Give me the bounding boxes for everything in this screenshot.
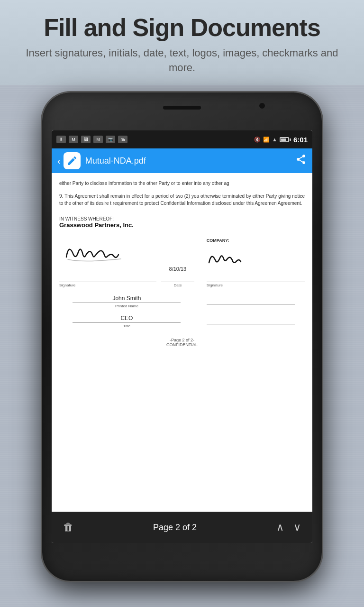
page-title: Fill and Sign Documents [19, 14, 345, 41]
company-name: Grasswood Partners, Inc. [59, 221, 305, 229]
signature-section: Signature 8/10/13 Date COMPANY: [59, 238, 305, 287]
app-icon [64, 152, 81, 169]
printed-left: John Smith Printed Name [59, 295, 194, 308]
notification-icon-1: ⬇ [56, 136, 66, 143]
page-footer: -Page 2 of 2- CONFIDENTIAL [59, 338, 305, 352]
document-area[interactable]: either Party to disclose information to … [52, 173, 312, 512]
status-icons-left: ⬇ M 🖼 M 📷 🛍 [56, 136, 127, 143]
title-left: CEO Title [59, 315, 194, 328]
notification-icon-gmail: M [69, 136, 78, 143]
sig-field-signature: Signature [59, 273, 156, 287]
sig-line-row: Signature 8/10/13 Date [59, 266, 194, 287]
notification-icon-bag: 🛍 [118, 136, 127, 143]
date-value: 8/10/13 [161, 266, 194, 273]
page-subtitle: Insert signatures, initials, date, text,… [19, 46, 345, 75]
signature-underline [59, 273, 156, 282]
phone-device: ⬇ M 🖼 M 📷 🛍 🔇 📶 ▲ 6:01 ‹ [42, 92, 322, 581]
signature-left-svg [59, 238, 135, 264]
title-value: CEO [73, 315, 181, 323]
notification-icon-img: 🖼 [81, 136, 91, 143]
printed-section: John Smith Printed Name [59, 295, 305, 308]
company-label: COMPANY: [207, 238, 305, 243]
phone-screen: ⬇ M 🖼 M 📷 🛍 🔇 📶 ▲ 6:01 ‹ [52, 130, 312, 543]
toolbar-filename: Mutual-NDA.pdf [85, 156, 295, 166]
doc-text-1: either Party to disclose information to … [59, 180, 305, 187]
printed-right-line [207, 295, 295, 304]
mute-icon: 🔇 [254, 137, 261, 143]
title-label: Title [59, 324, 194, 328]
pen-svg-icon [66, 155, 78, 166]
title-right [207, 315, 305, 328]
page-footer-line1: -Page 2 of 2- [59, 338, 305, 342]
signature-right-svg [207, 245, 254, 271]
phone-camera [259, 103, 265, 109]
date-underline [161, 273, 194, 282]
printed-name-value: John Smith [73, 295, 181, 303]
notification-icon-gmail2: M [93, 136, 103, 143]
share-icon[interactable] [295, 154, 307, 168]
date-label: Date [161, 283, 194, 287]
printed-right [207, 295, 305, 308]
nav-up-icon[interactable]: ∧ [276, 521, 284, 533]
title-right-line [207, 315, 295, 324]
sig-right-underline [207, 273, 305, 282]
back-icon[interactable]: ‹ [57, 156, 61, 166]
page-info: Page 2 of 2 [153, 523, 197, 533]
page-footer-line2: CONFIDENTIAL [59, 342, 305, 347]
doc-paragraph-2: 9. This Agreement shall remain in effect… [59, 193, 305, 207]
status-icons-right: 🔇 📶 ▲ 6:01 [254, 136, 308, 144]
doc-paragraph-1: either Party to disclose information to … [59, 180, 305, 187]
status-time: 6:01 [293, 136, 308, 144]
title-section: CEO Title [59, 315, 305, 328]
signature-label: Signature [59, 283, 156, 287]
nav-down-icon[interactable]: ∨ [293, 521, 301, 533]
signal-icon: ▲ [272, 137, 277, 142]
witness-label: IN WITNESS WHEREOF: [59, 216, 305, 221]
printed-name-label: Printed Name [59, 304, 194, 308]
nav-arrows: ∧ ∨ [276, 521, 301, 533]
status-bar: ⬇ M 🖼 M 📷 🛍 🔇 📶 ▲ 6:01 [52, 130, 312, 148]
wifi-icon: 📶 [263, 137, 270, 143]
doc-text-2: 9. This Agreement shall remain in effect… [59, 193, 305, 207]
app-toolbar: ‹ Mutual-NDA.pdf [52, 148, 312, 173]
sig-left: Signature 8/10/13 Date [59, 238, 194, 287]
sig-right-label: Signature [207, 283, 305, 287]
bottom-nav: 🗑 Page 2 of 2 ∧ ∨ [52, 512, 312, 543]
battery-icon [280, 137, 291, 142]
witness-header: IN WITNESS WHEREOF: Grasswood Partners, … [59, 216, 305, 229]
sig-field-date: 8/10/13 Date [161, 266, 194, 287]
sig-right: COMPANY: Signature [207, 238, 305, 287]
notification-icon-cam: 📷 [106, 136, 115, 143]
phone-speaker [163, 106, 201, 110]
trash-icon[interactable]: 🗑 [63, 521, 73, 533]
